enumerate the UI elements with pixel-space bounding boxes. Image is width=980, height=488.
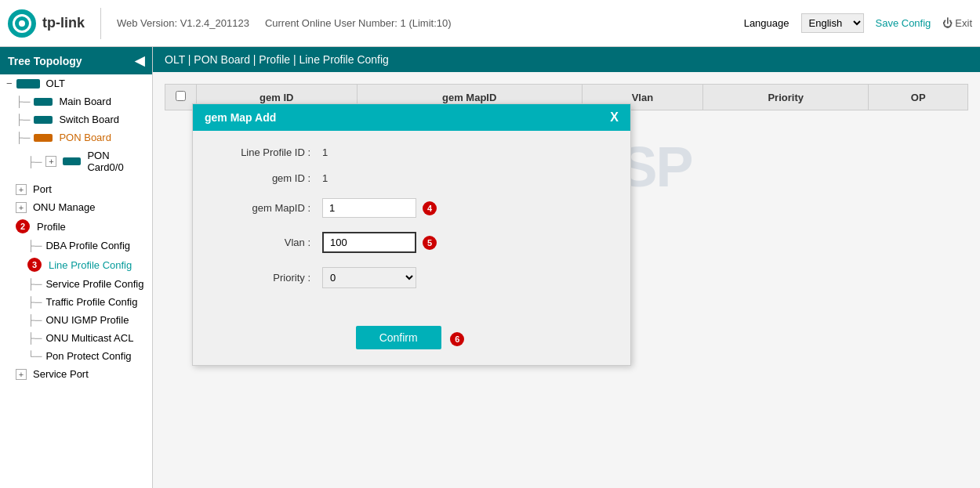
gem-map-add-modal: gem Map Add X Line Profile ID : 1 gem ID… [192,103,631,366]
line-profile-label: Line Profile Config [49,259,132,271]
pon-card-icon [63,157,81,165]
pon-card-label: PON Card0/0 [87,150,146,173]
tp-link-logo-icon [8,9,36,38]
modal-title: gem Map Add [205,111,276,124]
content-area: 📡 ForoISP gem ID gem MapID Vlan Priority… [153,72,980,122]
profile-badge: 2 [16,219,30,233]
priority-select[interactable]: 0 1 2 3 4 5 6 7 [322,267,416,288]
sidebar-item-traffic-profile[interactable]: ├─ Traffic Profile Config [0,293,152,311]
vlan-step-badge: 5 [423,236,437,250]
sidebar-item-profile[interactable]: 2 Profile [0,216,152,237]
switch-board-label: Switch Board [59,114,119,125]
service-profile-label: Service Profile Config [45,278,143,290]
sidebar-item-pon-card[interactable]: ├─ + PON Card0/0 [0,146,152,176]
pon-board-icon [34,134,53,142]
gem-mapid-row: gem MapID : 4 [216,198,607,218]
modal-close-button[interactable]: X [610,110,619,125]
line-profile-id-label: Line Profile ID : [216,146,310,158]
sidebar-toggle-button[interactable]: ◀ [135,53,144,68]
gem-id-row: gem ID : 1 [216,172,607,184]
modal-body: Line Profile ID : 1 gem ID : 1 gem MapID… [193,131,630,318]
modal-header: gem Map Add X [193,104,630,131]
select-all-checkbox[interactable] [176,91,186,101]
sidebar-item-service-port[interactable]: + Service Port [0,365,152,383]
main-content: OLT | PON Board | Profile | Line Profile… [153,47,980,488]
confirm-step-badge: 6 [450,332,464,346]
sidebar: Tree Topology ◀ − OLT ├─ Main Board ├─ S… [0,47,153,488]
sidebar-title: Tree Topology [8,55,82,67]
line-profile-badge: 3 [27,258,42,272]
onu-igmp-label: ONU IGMP Profile [45,314,129,326]
port-expand-icon[interactable]: + [16,184,27,195]
modal-footer: Confirm 6 [193,318,630,365]
sidebar-item-port[interactable]: + Port [0,180,152,198]
gem-mapid-label: gem MapID : [216,202,310,214]
sidebar-item-onu-multicast[interactable]: ├─ ONU Multicast ACL [0,329,152,347]
sidebar-item-onu-manage[interactable]: + ONU Manage [0,198,152,216]
minus-icon: − [6,78,13,89]
save-config-button[interactable]: Save Config [876,17,931,29]
traffic-profile-label: Traffic Profile Config [45,296,137,308]
service-port-label: Service Port [33,368,89,380]
gem-mapid-input[interactable] [322,198,416,218]
pon-protect-label: Pon Protect Config [45,350,131,362]
dba-profile-label: DBA Profile Config [45,240,130,251]
sidebar-item-pon-protect[interactable]: └─ Pon Protect Config [0,347,152,365]
main-board-icon [34,98,53,106]
logo-area: tp-link [8,8,101,39]
main-board-label: Main Board [59,96,111,107]
line-profile-row: Line Profile ID : 1 [216,146,607,158]
onu-manage-label: ONU Manage [33,201,95,213]
line-profile-id-value: 1 [322,146,328,158]
olt-label: OLT [46,78,65,89]
sidebar-item-main-board[interactable]: ├─ Main Board [0,92,152,110]
table-header-priority: Priority [702,85,868,110]
expand-icon[interactable]: + [45,156,56,167]
gem-mapid-step-badge: 4 [423,201,437,215]
onu-manage-expand-icon[interactable]: + [16,202,27,213]
vlan-label: Vlan : [216,237,310,248]
sidebar-item-olt[interactable]: − OLT [0,74,152,92]
sidebar-item-onu-igmp[interactable]: ├─ ONU IGMP Profile [0,311,152,329]
confirm-button[interactable]: Confirm [356,326,441,349]
power-icon: ⏻ [942,17,953,29]
priority-row: Priority : 0 1 2 3 4 5 6 7 [216,267,607,288]
language-select[interactable]: English Chinese [801,13,864,33]
profile-label: Profile [37,221,66,233]
service-port-expand-icon[interactable]: + [16,369,27,380]
logo-text: tp-link [42,15,85,31]
breadcrumb: OLT | PON Board | Profile | Line Profile… [153,47,980,72]
sidebar-item-switch-board[interactable]: ├─ Switch Board [0,110,152,128]
header-right: Language English Chinese Save Config ⏻ E… [744,13,972,33]
switch-board-icon [34,116,53,124]
vlan-input[interactable] [322,232,416,253]
olt-device-icon [16,79,40,89]
language-label: Language [744,17,789,29]
pon-board-label: PON Board [59,132,111,143]
gem-id-value: 1 [322,172,328,184]
sidebar-title-bar: Tree Topology ◀ [0,47,152,74]
priority-label: Priority : [216,272,310,284]
port-label: Port [33,183,52,195]
online-users: Current Online User Number: 1 (Limit:10) [265,17,452,29]
sidebar-item-dba-profile[interactable]: ├─ DBA Profile Config [0,237,152,255]
exit-label: Exit [955,17,972,29]
breadcrumb-text: OLT | PON Board | Profile | Line Profile… [165,53,389,66]
vlan-row: Vlan : 5 [216,232,607,253]
header: tp-link Web Version: V1.2.4_201123 Curre… [0,0,980,47]
web-version: Web Version: V1.2.4_201123 [117,17,249,29]
table-header-op: OP [869,85,968,110]
exit-button[interactable]: ⏻ Exit [942,17,972,29]
sidebar-item-service-profile[interactable]: ├─ Service Profile Config [0,275,152,293]
header-info: Web Version: V1.2.4_201123 Current Onlin… [117,17,744,29]
onu-multicast-label: ONU Multicast ACL [45,332,133,344]
gem-id-label: gem ID : [216,172,310,184]
sidebar-item-pon-board[interactable]: ├─ PON Board [0,128,152,146]
sidebar-item-line-profile[interactable]: 3 Line Profile Config [0,255,152,275]
